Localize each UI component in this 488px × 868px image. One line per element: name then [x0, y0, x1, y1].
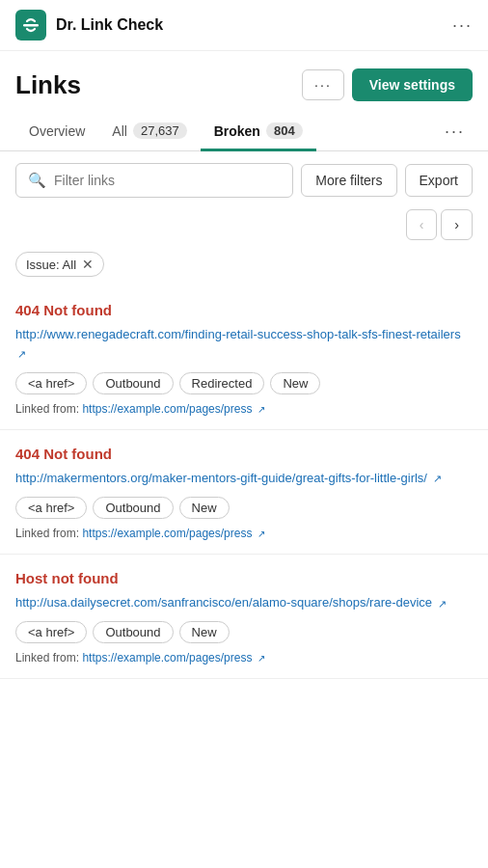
search-input[interactable] — [54, 173, 281, 188]
filter-tags: Issue: All ✕ — [0, 248, 488, 286]
tabs-bar: Overview All 27,637 Broken 804 ··· — [0, 113, 488, 151]
tag-href: <a href> — [15, 621, 87, 643]
svg-rect-0 — [23, 24, 39, 27]
top-bar-menu-button[interactable]: ··· — [452, 15, 473, 36]
tag-new: New — [270, 372, 320, 394]
result-error-type: 404 Not found — [15, 302, 473, 318]
result-url-link[interactable]: http://usa.dailysecret.com/sanfrancisco/… — [15, 594, 432, 611]
result-item: Host not found http://usa.dailysecret.co… — [0, 555, 488, 679]
result-url-link[interactable]: http://www.renegadecraft.com/finding-ret… — [15, 326, 461, 343]
tab-all-badge: 27,637 — [133, 122, 187, 139]
linked-from-external-icon: ↗ — [258, 404, 265, 415]
result-item: 404 Not found http://makermentors.org/ma… — [0, 430, 488, 555]
result-url-link[interactable]: http://makermentors.org/maker-mentors-gi… — [15, 470, 427, 487]
linked-from: Linked from: https://example.com/pages/p… — [15, 651, 473, 665]
pagination-row: ‹ › — [0, 205, 488, 248]
tag-outbound: Outbound — [93, 372, 173, 394]
tab-broken-badge: 804 — [266, 122, 303, 139]
linked-from-label: Linked from: — [15, 402, 82, 416]
result-url: http://makermentors.org/maker-mentors-gi… — [15, 470, 473, 487]
linked-from: Linked from: https://example.com/pages/p… — [15, 527, 473, 540]
tab-overview[interactable]: Overview — [15, 114, 98, 151]
header-actions: ··· View settings — [302, 68, 473, 101]
linked-from-url[interactable]: https://example.com/pages/press — [82, 651, 252, 665]
search-box[interactable]: 🔍 — [15, 163, 293, 198]
tag-href: <a href> — [15, 497, 87, 519]
linked-from-label: Linked from: — [15, 651, 82, 665]
results-list: 404 Not found http://www.renegadecraft.c… — [0, 286, 488, 679]
result-tags: <a href> Outbound New — [15, 621, 473, 643]
linked-from-external-icon: ↗ — [258, 653, 265, 664]
search-icon: 🔍 — [28, 172, 46, 189]
export-button[interactable]: Export — [405, 164, 473, 197]
tab-broken[interactable]: Broken 804 — [201, 113, 316, 151]
tag-new: New — [179, 497, 230, 519]
external-link-icon: ↗ — [438, 597, 447, 611]
issue-filter-tag: Issue: All ✕ — [15, 252, 104, 277]
header-more-button[interactable]: ··· — [302, 69, 344, 100]
tag-redirected: Redirected — [179, 372, 265, 394]
tag-href: <a href> — [15, 372, 87, 394]
result-tags: <a href> Outbound New — [15, 497, 473, 519]
tabs-more-button[interactable]: ··· — [437, 114, 473, 149]
more-filters-button[interactable]: More filters — [301, 164, 396, 197]
app-logo — [15, 10, 46, 41]
tab-all[interactable]: All 27,637 — [98, 113, 200, 151]
result-tags: <a href> Outbound Redirected New — [15, 372, 473, 394]
linked-from-external-icon: ↗ — [258, 529, 265, 539]
result-url: http://usa.dailysecret.com/sanfrancisco/… — [15, 594, 473, 611]
view-settings-button[interactable]: View settings — [352, 68, 473, 101]
linked-from-url[interactable]: https://example.com/pages/press — [82, 402, 252, 416]
filters-row: 🔍 More filters Export — [0, 151, 488, 205]
top-bar: Dr. Link Check ··· — [0, 0, 488, 51]
external-link-icon: ↗ — [17, 347, 26, 362]
result-error-type: 404 Not found — [15, 446, 473, 462]
result-item: 404 Not found http://www.renegadecraft.c… — [0, 286, 488, 430]
tab-all-label: All — [112, 123, 127, 139]
issue-filter-close-button[interactable]: ✕ — [82, 257, 94, 272]
result-error-type: Host not found — [15, 570, 473, 586]
app-branding: Dr. Link Check — [15, 10, 163, 41]
tab-overview-label: Overview — [29, 123, 85, 139]
next-page-button[interactable]: › — [441, 209, 473, 240]
tag-outbound: Outbound — [93, 497, 173, 519]
prev-page-button[interactable]: ‹ — [406, 209, 438, 240]
tag-new: New — [179, 621, 230, 643]
app-title: Dr. Link Check — [56, 16, 163, 34]
header-section: Links ··· View settings — [0, 51, 488, 113]
tab-broken-label: Broken — [214, 123, 260, 139]
linked-from-label: Linked from: — [15, 527, 82, 540]
issue-filter-label: Issue: All — [26, 258, 76, 272]
linked-from-url[interactable]: https://example.com/pages/press — [82, 527, 252, 540]
page-title: Links — [15, 70, 81, 100]
tag-outbound: Outbound — [93, 621, 173, 643]
external-link-icon: ↗ — [433, 472, 442, 486]
linked-from: Linked from: https://example.com/pages/p… — [15, 402, 473, 416]
result-url: http://www.renegadecraft.com/finding-ret… — [15, 326, 473, 363]
